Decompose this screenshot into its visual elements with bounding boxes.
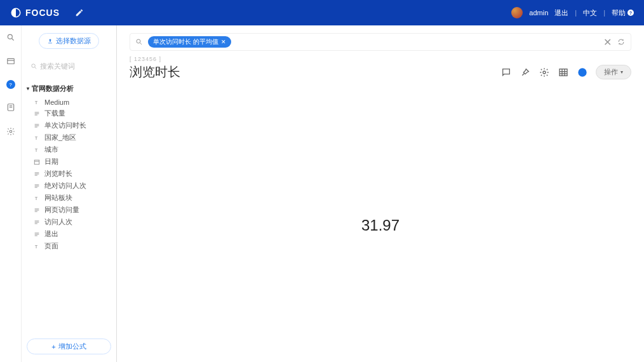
field-item[interactable]: 访问人次 bbox=[27, 216, 111, 228]
svg-text:T: T bbox=[35, 147, 38, 152]
svg-point-7 bbox=[10, 130, 12, 133]
nav-settings-icon[interactable] bbox=[5, 126, 17, 137]
add-formula-button[interactable]: + 增加公式 bbox=[27, 339, 111, 354]
logout-link[interactable]: 退出 bbox=[554, 8, 568, 18]
gear-icon[interactable] bbox=[539, 67, 550, 78]
field-item[interactable]: T国家_地区 bbox=[27, 131, 111, 144]
comment-icon[interactable] bbox=[500, 67, 512, 78]
search-icon bbox=[135, 38, 143, 46]
plus-icon: + bbox=[51, 343, 55, 351]
action-dropdown[interactable]: 操作 ▾ bbox=[596, 65, 631, 79]
toolbar: 操作 ▾ bbox=[500, 65, 631, 79]
field-type-icon: T bbox=[33, 243, 41, 250]
field-label: 国家_地区 bbox=[44, 133, 76, 142]
keyword-search[interactable]: 搜索关键词 bbox=[27, 59, 111, 74]
pin-icon[interactable] bbox=[520, 67, 531, 78]
svg-rect-19 bbox=[34, 160, 39, 164]
nav-search-icon[interactable] bbox=[5, 32, 17, 43]
chip-remove-icon[interactable]: ✕ bbox=[221, 39, 226, 45]
field-label: Medium bbox=[44, 98, 69, 106]
field-label: 浏览时长 bbox=[44, 169, 72, 178]
datasource-title[interactable]: ▾ 官网数据分析 bbox=[27, 84, 111, 93]
select-datasource-button[interactable]: 选择数据源 bbox=[39, 33, 99, 49]
username[interactable]: admin bbox=[529, 9, 548, 17]
field-label: 网页访问量 bbox=[44, 205, 79, 215]
help-link[interactable]: 帮助 ? bbox=[612, 8, 634, 18]
field-type-icon bbox=[33, 171, 41, 177]
svg-line-9 bbox=[35, 67, 36, 69]
lang-link[interactable]: 中文 bbox=[583, 8, 597, 18]
query-chip[interactable]: 单次访问时长 的平均值 ✕ bbox=[148, 36, 231, 48]
edit-icon[interactable] bbox=[75, 8, 84, 17]
field-label: 网站板块 bbox=[44, 193, 72, 203]
nav-data-icon[interactable] bbox=[5, 102, 17, 113]
chevron-down-icon: ▾ bbox=[27, 86, 29, 91]
kpi-value: 31.97 bbox=[361, 217, 399, 234]
nav-board-icon[interactable] bbox=[5, 56, 17, 67]
refresh-icon[interactable] bbox=[617, 38, 626, 46]
svg-line-39 bbox=[140, 43, 142, 45]
svg-point-38 bbox=[137, 39, 140, 43]
svg-line-1 bbox=[11, 39, 13, 41]
field-type-icon bbox=[33, 111, 41, 117]
sidebar: 选择数据源 搜索关键词 ▾ 官网数据分析 TMedium下载量单次访问时长T国家… bbox=[22, 25, 117, 362]
field-item[interactable]: T页面 bbox=[27, 240, 111, 252]
search-icon bbox=[30, 63, 37, 70]
field-type-icon: T bbox=[33, 99, 41, 105]
field-type-icon: T bbox=[33, 135, 41, 141]
avatar[interactable] bbox=[511, 7, 523, 18]
field-item[interactable]: 网页访问量 bbox=[27, 204, 111, 216]
svg-text:T: T bbox=[35, 100, 38, 105]
breadcrumb: [ 123456 ] bbox=[130, 56, 631, 62]
nav-active-dot[interactable]: ? bbox=[6, 80, 15, 89]
field-item[interactable]: 退出 bbox=[27, 228, 111, 240]
field-label: 单次访问时长 bbox=[44, 121, 86, 130]
field-label: 下载量 bbox=[44, 109, 65, 118]
svg-text:T: T bbox=[35, 195, 38, 201]
logo-icon bbox=[10, 7, 22, 18]
field-label: 绝对访问人次 bbox=[44, 181, 86, 191]
svg-rect-2 bbox=[7, 58, 14, 64]
svg-point-8 bbox=[32, 64, 36, 68]
field-type-icon: T bbox=[33, 195, 41, 201]
field-item[interactable]: 下载量 bbox=[27, 107, 111, 119]
app-logo: FOCUS bbox=[10, 7, 60, 18]
field-item[interactable]: 日期 bbox=[27, 156, 111, 168]
field-type-icon bbox=[33, 231, 41, 238]
field-item[interactable]: T网站板块 bbox=[27, 192, 111, 204]
nav-rail: ? bbox=[0, 25, 22, 362]
svg-point-0 bbox=[8, 34, 12, 39]
svg-point-40 bbox=[543, 71, 546, 74]
kpi-display: 31.97 bbox=[130, 102, 631, 349]
field-item[interactable]: 绝对访问人次 bbox=[27, 180, 111, 192]
upload-icon bbox=[47, 38, 53, 44]
field-item[interactable]: TMedium bbox=[27, 97, 111, 107]
field-type-icon bbox=[33, 159, 41, 165]
svg-text:T: T bbox=[35, 135, 38, 140]
field-type-icon bbox=[33, 123, 41, 129]
field-item[interactable]: 浏览时长 bbox=[27, 168, 111, 180]
main-area: 单次访问时长 的平均值 ✕ ✕ [ 123456 ] 浏览时长 bbox=[117, 25, 644, 362]
field-type-icon bbox=[33, 183, 41, 189]
field-label: 访问人次 bbox=[44, 217, 72, 227]
field-type-icon bbox=[33, 207, 41, 213]
field-label: 城市 bbox=[44, 145, 58, 154]
field-item[interactable]: T城市 bbox=[27, 144, 111, 156]
field-list: TMedium下载量单次访问时长T国家_地区T城市日期浏览时长绝对访问人次T网站… bbox=[27, 97, 111, 252]
table-icon[interactable] bbox=[558, 67, 569, 78]
query-bar[interactable]: 单次访问时长 的平均值 ✕ ✕ bbox=[130, 33, 631, 51]
chart-icon[interactable] bbox=[577, 67, 588, 78]
field-type-icon bbox=[33, 219, 41, 225]
field-type-icon: T bbox=[33, 147, 41, 153]
field-item[interactable]: 单次访问时长 bbox=[27, 119, 111, 131]
brand-text: FOCUS bbox=[25, 8, 60, 18]
svg-rect-41 bbox=[560, 69, 567, 76]
clear-icon[interactable]: ✕ bbox=[603, 36, 612, 48]
svg-text:T: T bbox=[35, 243, 38, 249]
field-label: 退出 bbox=[44, 229, 58, 239]
header-right: admin 退出 | 中文 | 帮助 ? bbox=[511, 7, 634, 18]
page-title: 浏览时长 bbox=[130, 64, 180, 81]
app-header: FOCUS admin 退出 | 中文 | 帮助 ? bbox=[0, 0, 644, 25]
chevron-down-icon: ▾ bbox=[621, 69, 623, 75]
field-label: 日期 bbox=[44, 157, 58, 166]
